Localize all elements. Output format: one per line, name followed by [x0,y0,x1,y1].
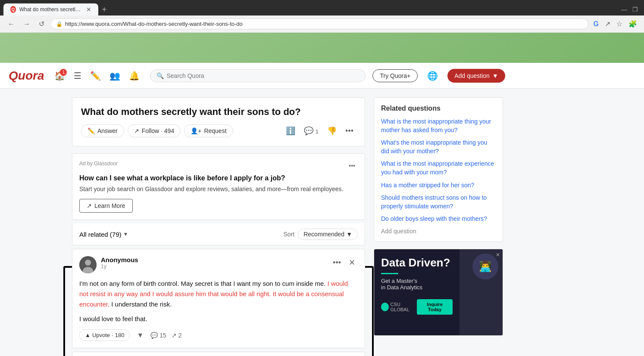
pencil-icon: ✏️ [88,127,95,134]
csu-ad-content: Data Driven? Get a Master's in Data Anal… [374,249,460,335]
answers-header: All related (79) ▼ Sort Recommended ▼ [72,223,365,245]
search-input[interactable] [166,72,359,79]
forward-button[interactable]: → [21,19,33,30]
csu-ad-card: Data Driven? Get a Master's in Data Anal… [374,249,503,336]
csu-ad-image: 👨‍💻 [460,249,503,335]
related-question-5[interactable]: Should mothers instruct sons on how to p… [381,194,496,211]
request-icon: 👤+ [191,127,201,134]
answer-header: Anonymous 1y ••• ✕ [79,256,358,273]
ad-label: Ad by Glassdoor ••• [79,161,358,171]
external-link-icon: ↗ [87,202,92,209]
grammarly-ad: Sponsored by Grammarly Grammarly helps e… [72,352,365,356]
share-button[interactable]: ↗ [603,18,612,30]
home-nav-button[interactable]: 🏠 1 [51,67,69,84]
reload-button[interactable]: ↺ [36,18,47,30]
sort-button[interactable]: Recommended ▼ [298,229,358,240]
upvote-icon: ▲ [85,332,91,338]
browser-toolbar: ← → ↺ 🔒 https://www.quora.com/What-do-mo… [0,15,644,33]
answer-time: 1y [101,263,330,269]
tab-title: What do mothers secretly want t... [19,6,81,12]
downvote-button[interactable]: 👎 [325,124,339,137]
chevron-down-icon: ▼ [346,231,352,238]
search-bar[interactable]: 🔍 [150,69,366,82]
related-question-3[interactable]: What is the most inappropriate experienc… [381,160,496,176]
comment-button[interactable]: 💬 15 [150,332,166,339]
answer-actions: ▲ Upvote · 180 ▼ 💬 15 ↗ 2 [79,329,358,341]
bell-nav-button[interactable]: 🔔 [125,67,143,84]
svg-point-1 [85,260,91,266]
right-bracket [365,266,374,356]
top-banner [0,33,644,63]
people-nav-button[interactable]: 👥 [106,67,124,84]
pencil-nav-button[interactable]: ✏️ [87,67,104,84]
answer-text-part3: I would love to feel that. [79,314,358,324]
related-questions-card: Related questions What is the most inapp… [374,97,503,242]
active-tab[interactable]: Q What do mothers secretly want t... ✕ [3,3,98,15]
answer-meta: Anonymous 1y [101,256,330,269]
back-button[interactable]: ← [5,19,17,30]
csu-logo-icon [381,303,389,311]
related-question-2[interactable]: What's the most inappropriate thing you … [381,139,496,155]
downvote-button[interactable]: ▼ [135,330,145,341]
avatar [79,256,97,273]
add-question-link[interactable]: Add question [381,228,496,235]
answer-card: Anonymous 1y ••• ✕ I'm not on any form o… [72,249,365,348]
comment-icon: 💬 [150,332,158,339]
lock-icon: 🔒 [56,21,63,27]
csu-ad-footer: CSU GLOBAL Inquire Today [381,299,453,315]
ad-close-button[interactable]: ✕ [496,252,500,258]
share-button[interactable]: ↗ 2 [172,332,182,339]
tab-favicon: Q [10,6,16,13]
url-text: https://www.quora.com/What-do-mothers-se… [65,21,243,27]
answer-button[interactable]: ✏️ Answer [81,124,124,137]
share-icon: ↗ [172,332,177,339]
follow-button[interactable]: ↗ Follow · 494 [128,124,181,137]
window-restore-button[interactable]: ❐ [630,4,641,15]
comment-button[interactable]: 💬 1 [301,124,321,137]
ad-title: How can I see what a workplace is like b… [79,174,358,182]
related-questions-title: Related questions [381,105,496,112]
answer-text-part1: I'm not on any form of birth control. Ma… [79,280,328,287]
address-bar[interactable]: 🔒 https://www.quora.com/What-do-mothers-… [50,19,588,29]
csu-accent-bar [381,273,398,274]
related-question-4[interactable]: Has a mother stripped for her son? [381,181,496,190]
main-content: What do mothers secretly want their sons… [63,89,581,356]
list-nav-button[interactable]: ☰ [70,67,85,84]
window-minimize-button[interactable]: — [619,4,630,15]
chevron-down-icon: ▼ [492,72,498,79]
tab-close-button[interactable]: ✕ [86,6,91,13]
answer-author: Anonymous [101,256,330,263]
add-question-button[interactable]: Add question ▼ [447,69,505,83]
upvote-button[interactable]: ▲ Upvote · 180 [79,329,130,341]
header-nav: 🏠 1 ☰ ✏️ 👥 🔔 [51,67,143,84]
bookmark-button[interactable]: ☆ [615,18,624,30]
learn-more-button[interactable]: ↗ Learn More [79,199,133,213]
globe-button[interactable]: 🌐 [425,68,441,84]
sidebar: Related questions What is the most inapp… [374,97,503,356]
chevron-down-icon: ▼ [123,231,128,237]
quora-header: Quora 🏠 1 ☰ ✏️ 👥 🔔 🔍 Try Quora+ 🌐 Add qu… [0,63,644,89]
new-tab-button[interactable]: + [98,5,110,15]
try-quora-button[interactable]: Try Quora+ [372,69,418,82]
extensions-button[interactable]: 🧩 [627,18,639,30]
answer-more-button[interactable]: ••• [330,256,344,269]
left-bracket [63,266,72,356]
content-area: What do mothers secretly want their sons… [72,97,365,356]
ad-menu-button[interactable]: ••• [346,161,358,171]
google-button[interactable]: G [592,18,600,30]
csu-logo: CSU GLOBAL [381,302,417,312]
more-button[interactable]: ••• [343,125,356,137]
ad-description: Start your job search on Glassdoor and e… [79,185,358,194]
quora-logo[interactable]: Quora [9,69,44,83]
inquire-button[interactable]: Inquire Today [417,299,453,315]
home-badge: 1 [60,69,67,76]
answer-close-button[interactable]: ✕ [346,256,358,269]
info-button[interactable]: ℹ️ [283,124,298,137]
answers-count: All related (79) [79,231,122,238]
answer-text-part2: I understand the risk. [111,300,172,308]
sort-section: Sort Recommended ▼ [284,229,358,240]
request-button[interactable]: 👤+ Request [184,124,233,137]
browser-actions: G ↗ ☆ 🧩 [592,18,639,30]
related-question-6[interactable]: Do older boys sleep with their mothers? [381,215,496,223]
related-question-1[interactable]: What is the most inappropriate thing you… [381,118,496,134]
